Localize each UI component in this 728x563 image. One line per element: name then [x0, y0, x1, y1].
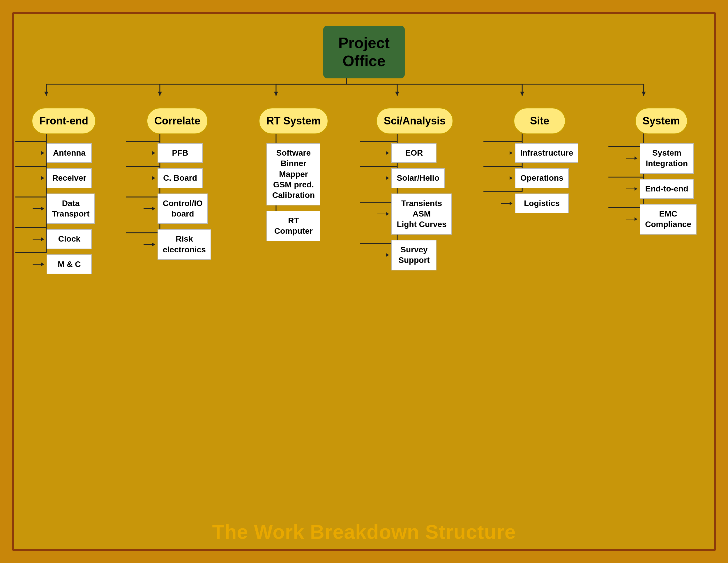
list-item: RTComputer	[266, 211, 320, 241]
arrow-icon	[33, 236, 44, 242]
child-end-to-end: End-to-end	[640, 179, 694, 199]
list-item: Operations	[501, 168, 569, 188]
list-item: DataTransport	[33, 193, 95, 224]
pill-correlate: Correlate	[146, 107, 208, 134]
branch-system: System SystemIntegration End-to-end EMCC…	[626, 107, 697, 234]
arrow-icon	[377, 150, 389, 156]
list-item: SurveySupport	[377, 240, 437, 270]
child-survey-support: SurveySupport	[391, 240, 437, 270]
branch-site: Site Infrastructure Operations Logistics	[501, 107, 578, 213]
children-frontend: Antenna Receiver DataTransport Clock	[33, 143, 95, 274]
children-site: Infrastructure Operations Logistics	[501, 143, 578, 213]
pill-scianalysis: Sci/Analysis	[376, 107, 453, 134]
list-item: EMCCompliance	[626, 204, 697, 234]
arrow-icon	[33, 206, 44, 211]
arrow-icon	[626, 186, 637, 192]
branch-frontend: Front-end Antenna Receiver DataTransport	[31, 107, 96, 274]
page-title: The Work Breakdown Structure	[212, 520, 516, 543]
chart-area: Project Office Front-end Antenna Receive…	[31, 26, 697, 509]
list-item: Logistics	[501, 193, 569, 213]
root-label: Project Office	[338, 34, 390, 69]
children-scianalysis: EOR Solar/Helio TransientsASMLight Curve…	[377, 143, 452, 270]
arrow-icon	[144, 150, 155, 156]
root-node: Project Office	[323, 26, 405, 78]
list-item: Clock	[33, 229, 92, 249]
child-pfb: PFB	[158, 143, 203, 163]
list-item: TransientsASMLight Curves	[377, 193, 452, 234]
child-logistics: Logistics	[515, 193, 569, 213]
child-software: SoftwareBinnerMapperGSM pred.Calibration	[266, 143, 320, 205]
arrow-icon	[377, 252, 389, 258]
list-item: Control/IOboard	[144, 193, 208, 224]
child-solar-helio: Solar/Helio	[391, 168, 444, 188]
child-emc: EMCCompliance	[640, 204, 697, 234]
list-item: End-to-end	[626, 179, 694, 199]
child-rt-computer: RTComputer	[266, 211, 320, 241]
branch-correlate: Correlate PFB C. Board Control/IOboard	[144, 107, 211, 259]
children-correlate: PFB C. Board Control/IOboard Riskelectro…	[144, 143, 211, 259]
list-item: Antenna	[33, 143, 92, 163]
level1-row: Front-end Antenna Receiver DataTransport	[31, 107, 697, 274]
arrow-icon	[626, 155, 637, 161]
list-item: EOR	[377, 143, 437, 163]
arrow-icon	[377, 211, 389, 217]
child-eor: EOR	[391, 143, 437, 163]
list-item: SoftwareBinnerMapperGSM pred.Calibration	[266, 143, 320, 205]
pill-rtsystem: RT System	[259, 107, 328, 134]
main-container: Project Office Front-end Antenna Receive…	[12, 12, 716, 551]
children-rtsystem: SoftwareBinnerMapperGSM pred.Calibration…	[266, 143, 320, 241]
list-item: Riskelectronics	[144, 229, 211, 259]
arrow-icon	[144, 206, 155, 211]
pill-frontend: Front-end	[31, 107, 96, 134]
arrow-icon	[501, 200, 513, 206]
child-antenna: Antenna	[47, 143, 92, 163]
arrow-icon	[377, 175, 389, 181]
branch-scianalysis: Sci/Analysis EOR Solar/Helio TransientsA…	[376, 107, 453, 270]
arrow-icon	[33, 150, 44, 156]
child-data-transport: DataTransport	[47, 193, 95, 224]
pill-site: Site	[513, 107, 566, 134]
list-item: SystemIntegration	[626, 143, 694, 174]
list-item: M & C	[33, 254, 92, 274]
arrow-icon	[33, 261, 44, 267]
list-item: Receiver	[33, 168, 92, 188]
arrow-icon	[33, 175, 44, 181]
list-item: PFB	[144, 143, 203, 163]
arrow-icon	[626, 216, 637, 222]
child-cboard: C. Board	[158, 168, 203, 188]
list-item: C. Board	[144, 168, 203, 188]
child-clock: Clock	[47, 229, 92, 249]
child-infrastructure: Infrastructure	[515, 143, 578, 163]
children-system: SystemIntegration End-to-end EMCComplian…	[626, 143, 697, 234]
arrow-icon	[501, 175, 513, 181]
child-operations: Operations	[515, 168, 569, 188]
child-system-integration: SystemIntegration	[640, 143, 694, 174]
child-risk-electronics: Riskelectronics	[158, 229, 211, 259]
child-mac: M & C	[47, 254, 92, 274]
branch-rtsystem: RT System SoftwareBinnerMapperGSM pred.C…	[259, 107, 328, 241]
arrow-icon	[144, 175, 155, 181]
pill-system: System	[635, 107, 688, 134]
arrow-icon	[144, 241, 155, 247]
list-item: Infrastructure	[501, 143, 578, 163]
child-transients: TransientsASMLight Curves	[391, 193, 452, 234]
child-receiver: Receiver	[47, 168, 92, 188]
list-item: Solar/Helio	[377, 168, 444, 188]
child-controlio: Control/IOboard	[158, 193, 208, 224]
arrow-icon	[501, 150, 513, 156]
